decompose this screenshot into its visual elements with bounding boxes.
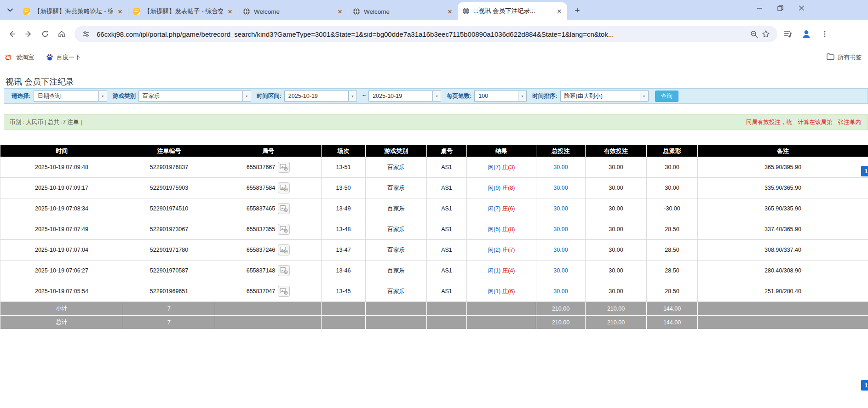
back-icon [8,30,16,38]
browser-tab-5[interactable]: :::视讯 会员下注纪录:::✕ [458,2,567,20]
result-banker: 庄(7) [502,247,515,253]
view-result-button[interactable] [278,265,290,276]
view-result-button[interactable] [278,182,290,193]
chevron-down-icon[interactable]: ▼ [98,91,107,101]
media-controls-icon[interactable] [782,28,794,40]
url-bar[interactable]: 66cxkj98.com/ipl/portal.php/game/betreco… [75,26,777,42]
browser-tab-3[interactable]: Welcome✕ [238,3,348,20]
filter-combobox-2[interactable]: 百家乐▼ [138,91,251,102]
divider [820,53,820,62]
result-player: 闲(2) [488,247,500,253]
browser-menu-icon[interactable] [819,28,831,40]
chevron-down-icon[interactable]: ▼ [242,91,251,101]
cell-time: 2025-10-19 07:08:34 [0,198,123,219]
view-result-button[interactable] [278,286,290,297]
cell-table-no: AS1 [427,240,467,261]
filter-combobox-3[interactable]: 2025-10-19▼ [284,91,357,102]
all-bookmarks[interactable]: 所有书签 [820,48,868,67]
combobox-value[interactable]: 日期查询 [34,91,98,101]
cell-total-bet[interactable]: 30.00 [536,198,586,219]
tab-search-button[interactable] [4,4,17,17]
tab-close-icon[interactable]: ✕ [555,7,563,15]
cell-note: 251.90/280.40 [698,281,868,302]
tab-close-icon[interactable]: ✕ [446,7,454,16]
forward-button[interactable] [21,27,36,41]
tab-close-icon[interactable]: ✕ [336,7,344,16]
round-number: 655837246 [247,247,276,253]
cell-round-id: 655837355 [215,219,322,240]
tab-title: Welcome [254,8,333,15]
browser-toolbar: 66cxkj98.com/ipl/portal.php/game/betreco… [0,20,868,48]
cell-session: 13-49 [322,198,366,219]
cell-game-type: 百家乐 [366,178,427,198]
site-info-icon[interactable] [80,28,92,40]
bookmark-star-icon[interactable] [760,28,772,40]
combobox-value[interactable]: 2025-10-19 [369,91,432,101]
chevron-down-icon[interactable]: ▼ [640,91,648,101]
chevron-down-icon[interactable]: ▼ [518,91,526,101]
bookmark-2[interactable]: 百度一下 [46,53,80,62]
restore-button[interactable] [776,3,785,12]
tab-close-icon[interactable]: ✕ [116,7,124,16]
total-row: 总计7210.00210.00144.00 [0,316,868,329]
page-title: 视讯 会员下注纪录 [0,67,868,87]
filter-combobox-5[interactable]: 100▼ [474,91,527,102]
subtotal-row-cell-8: 210.00 [536,302,586,316]
cell-note: 335.90/365.90 [698,178,868,198]
search-button[interactable]: 查询 [655,91,678,102]
cell-total-bet[interactable]: 30.00 [536,261,586,281]
pagination-page-1-bottom[interactable]: 1 [861,380,868,391]
browser-tab-4[interactable]: Welcome✕ [348,3,458,20]
cell-total-bet[interactable]: 30.00 [536,157,586,178]
browser-tab-1[interactable]: 【新提醒】海燕策略论坛 - 综合✕ [18,3,128,20]
combobox-value[interactable]: 100 [475,91,518,101]
reload-button[interactable] [38,27,52,41]
cell-total-bet[interactable]: 30.00 [536,178,586,198]
cell-round-id: 655837047 [215,281,322,302]
tab-close-icon[interactable]: ✕ [226,7,234,16]
view-result-button[interactable] [278,244,290,255]
view-result-button[interactable] [278,203,290,214]
view-result-button[interactable] [278,224,290,235]
chevron-down-icon[interactable]: ▼ [432,91,441,101]
cell-round-id: 655837465 [215,198,322,219]
cell-time: 2025-10-19 07:07:49 [0,219,123,240]
forward-icon [24,30,33,38]
home-icon [57,30,66,38]
view-result-icon [280,226,288,233]
browser-tab-2[interactable]: 【新提醒】发表帖子 - 综合交流✕ [128,3,238,20]
back-button[interactable] [5,27,19,41]
chevron-down-icon[interactable]: ▼ [348,91,356,101]
cell-table-no: AS1 [427,281,467,302]
url-text[interactable]: 66cxkj98.com/ipl/portal.php/game/betreco… [97,30,748,38]
cell-bet-id: 522901974510 [123,198,215,219]
cell-note: 337.40/365.90 [698,219,868,240]
combobox-value[interactable]: 降幂(由大到小) [561,91,640,101]
result-banker: 庄(8) [502,185,515,191]
minimize-button[interactable] [754,3,764,12]
profile-avatar[interactable] [800,28,812,40]
bookmarks-bar: 淘爱淘宝百度一下 所有书签 [0,48,868,67]
zoom-icon[interactable] [748,28,760,40]
combobox-value[interactable]: 2025-10-19 [285,91,348,101]
pagination-page-1-top[interactable]: 1 [861,166,868,176]
bet-row-2: 2025-10-19 07:09:17522901975903655837584… [0,178,868,198]
filter-combobox-1[interactable]: 日期查询▼ [34,91,107,102]
filter-label-1: 请选择: [11,92,31,100]
view-result-button[interactable] [278,162,290,173]
cell-valid-bet: 30.00 [586,261,647,281]
total-row-cell-7 [467,316,536,329]
cell-total-bet[interactable]: 30.00 [536,219,586,240]
filter-combobox-4[interactable]: 2025-10-19▼ [368,91,441,102]
bookmark-1[interactable]: 淘爱淘宝 [6,53,34,62]
bookmark-label: 爱淘宝 [16,53,34,62]
reload-icon [41,30,49,38]
home-button[interactable] [54,27,69,41]
filter-combobox-6[interactable]: 降幂(由大到小)▼ [560,91,649,102]
cell-total-bet[interactable]: 30.00 [536,281,586,302]
combobox-value[interactable]: 百家乐 [139,91,242,101]
cell-total-bet[interactable]: 30.00 [536,240,586,261]
close-window-button[interactable] [797,3,806,12]
new-tab-button[interactable]: + [571,4,584,17]
tab-title: 【新提醒】海燕策略论坛 - 综合 [34,7,113,16]
